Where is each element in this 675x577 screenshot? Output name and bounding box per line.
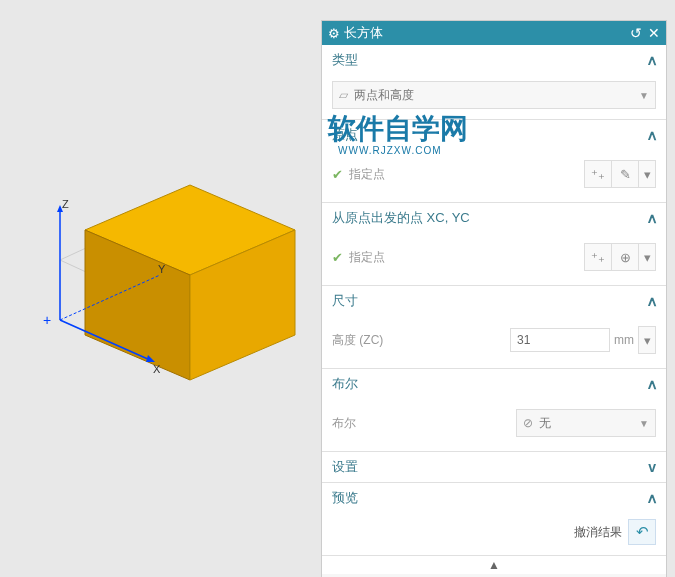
undo-button[interactable]: ↶ (628, 519, 656, 545)
check-icon: ✔ (332, 250, 343, 265)
chevron-up-icon: ʌ (648, 376, 656, 392)
height-input[interactable] (510, 328, 610, 352)
check-icon: ✔ (332, 167, 343, 182)
dropdown-caret-icon[interactable]: ▾ (638, 243, 656, 271)
chevron-up-icon: ʌ (648, 490, 656, 506)
chevron-down-icon: ▼ (639, 418, 649, 429)
section-boolean-header[interactable]: 布尔 ʌ (322, 369, 666, 399)
section-type-header[interactable]: 类型 ʌ (322, 45, 666, 75)
reset-icon[interactable]: ↺ (630, 25, 642, 41)
block-dialog: ⚙ 长方体 ↺ ✕ 类型 ʌ ▱ 两点和高度 ▼ 原点 ʌ ✔ 指定点 (321, 20, 667, 577)
close-icon[interactable]: ✕ (648, 25, 660, 41)
axis-z-label: Z (62, 198, 69, 210)
chevron-up-icon: ʌ (648, 127, 656, 143)
svg-text:+: + (43, 312, 51, 328)
boolean-dropdown[interactable]: ⊘ 无 ▼ (516, 409, 656, 437)
chevron-up-icon: ʌ (648, 52, 656, 68)
cube-model[interactable]: + Z Y X (40, 150, 300, 410)
section-from-origin-header[interactable]: 从原点出发的点 XC, YC ʌ (322, 203, 666, 233)
dialog-titlebar[interactable]: ⚙ 长方体 ↺ ✕ (322, 21, 666, 45)
chevron-down-icon: ▼ (639, 90, 649, 101)
point-constructor-icon[interactable]: ⁺₊ (584, 243, 612, 271)
chevron-up-icon: ʌ (648, 210, 656, 226)
crosshair-icon[interactable]: ⊕ (611, 243, 639, 271)
section-origin-header[interactable]: 原点 ʌ (322, 120, 666, 150)
origin-point-label: 指定点 (349, 166, 584, 183)
type-dropdown[interactable]: ▱ 两点和高度 ▼ (332, 81, 656, 109)
dropdown-caret-icon[interactable]: ▾ (638, 326, 656, 354)
gear-icon[interactable]: ⚙ (328, 26, 340, 41)
chevron-down-icon: v (648, 459, 656, 475)
chevron-up-icon: ʌ (648, 293, 656, 309)
from-origin-point-label: 指定点 (349, 249, 584, 266)
collapse-arrow-icon[interactable]: ▲ (322, 556, 666, 574)
section-preview-header[interactable]: 预览 ʌ (322, 483, 666, 513)
none-icon: ⊘ (523, 416, 533, 430)
undo-result-label: 撤消结果 (574, 524, 622, 541)
eyedropper-icon[interactable]: ✎ (611, 160, 639, 188)
dropdown-caret-icon[interactable]: ▾ (638, 160, 656, 188)
boolean-label: 布尔 (332, 415, 516, 432)
block-icon: ▱ (339, 88, 348, 102)
viewport-3d[interactable]: + Z Y X (0, 0, 320, 577)
dialog-title: 长方体 (344, 24, 383, 42)
axis-y-label: Y (158, 263, 165, 275)
section-dimensions-header[interactable]: 尺寸 ʌ (322, 286, 666, 316)
axis-x-label: X (153, 363, 160, 375)
height-unit: mm (614, 333, 634, 347)
height-label: 高度 (ZC) (332, 332, 510, 349)
point-constructor-icon[interactable]: ⁺₊ (584, 160, 612, 188)
section-settings-header[interactable]: 设置 v (322, 452, 666, 482)
